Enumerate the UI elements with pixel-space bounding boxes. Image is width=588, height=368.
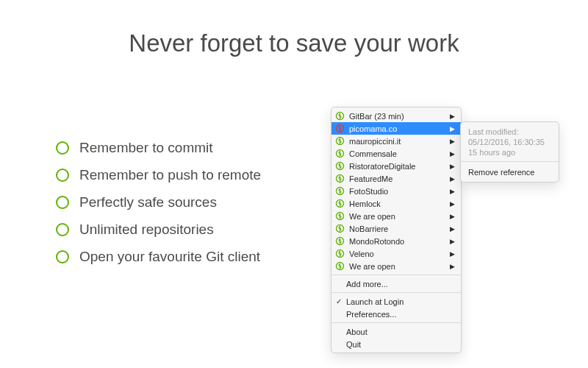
chevron-right-icon: ▶: [450, 163, 455, 170]
chevron-right-icon: ▶: [450, 150, 455, 158]
repo-status-icon: [335, 111, 345, 121]
feature-label: Remember to push to remote: [79, 167, 261, 183]
repo-menu-item[interactable]: Hemlock▶: [331, 197, 461, 210]
bullet-icon: [56, 250, 69, 263]
repo-status-icon: [335, 149, 345, 158]
feature-list: Remember to commitRemember to push to re…: [56, 140, 306, 276]
remove-reference-label: Remove reference: [468, 168, 535, 177]
repo-menu: GitBar (23 min)▶ picomama.co▶ mauropicci…: [331, 107, 462, 353]
menu-separator: [331, 292, 461, 293]
quit-label: Quit: [346, 340, 361, 349]
chevron-right-icon: ▶: [450, 113, 455, 120]
repo-menu-item[interactable]: picomama.co▶: [331, 122, 461, 135]
repo-menu-label: Commensale: [349, 149, 450, 158]
repo-menu-item[interactable]: RistoratoreDigitale▶: [331, 160, 461, 172]
repo-menu-label: NoBarriere: [349, 224, 450, 233]
repo-menu-item[interactable]: MondoRotondo▶: [331, 235, 461, 247]
repo-menu-item[interactable]: We are open▶: [331, 210, 461, 222]
chevron-right-icon: ▶: [450, 250, 455, 258]
feature-item: Remember to commit: [56, 140, 306, 156]
repo-menu-item[interactable]: FotoStudio▶: [331, 185, 461, 197]
last-modified-label: Last modified:: [461, 127, 559, 137]
repo-menu-label: GitBar (23 min): [349, 112, 450, 121]
last-modified-relative: 15 hours ago: [461, 147, 559, 158]
bullet-icon: [56, 196, 69, 209]
quit-item[interactable]: Quit: [331, 338, 461, 350]
repo-menu-label: Hemlock: [349, 199, 450, 208]
repo-menu-item[interactable]: NoBarriere▶: [331, 222, 461, 235]
chevron-right-icon: ▶: [450, 238, 455, 245]
last-modified-timestamp: 05/12/2016, 16:30:35: [461, 137, 559, 147]
chevron-right-icon: ▶: [450, 138, 455, 145]
page-title: Never forget to save your work: [0, 0, 588, 57]
chevron-right-icon: ▶: [450, 175, 455, 183]
menubar-dropdown: GitBar (23 min)▶ picomama.co▶ mauropicci…: [331, 107, 462, 353]
repo-menu-label: picomama.co: [349, 124, 450, 133]
chevron-right-icon: ▶: [450, 200, 455, 208]
launch-at-login-label: Launch at Login: [346, 297, 404, 306]
repo-status-icon: [335, 211, 345, 221]
chevron-right-icon: ▶: [450, 213, 455, 220]
repo-menu-item[interactable]: Commensale▶: [331, 147, 461, 160]
bullet-icon: [56, 223, 69, 236]
repo-status-icon: [335, 261, 345, 271]
repo-status-icon: [335, 136, 345, 146]
repo-status-icon: [335, 236, 345, 246]
feature-label: Unlimited repositories: [79, 222, 214, 238]
add-more-label: Add more...: [346, 280, 388, 289]
chevron-right-icon: ▶: [450, 125, 455, 132]
feature-item: Remember to push to remote: [56, 167, 306, 183]
repo-menu-label: mauropiccini.it: [349, 137, 450, 146]
bullet-icon: [56, 141, 69, 155]
repo-menu-item[interactable]: GitBar (23 min)▶: [331, 110, 461, 122]
repo-status-icon: [335, 161, 345, 171]
feature-label: Remember to commit: [79, 140, 213, 156]
repo-menu-label: Veleno: [349, 250, 450, 258]
launch-at-login-item[interactable]: ✓ Launch at Login: [331, 295, 461, 308]
repo-status-icon: [335, 249, 345, 258]
repo-status-icon: [335, 186, 345, 196]
repo-status-icon: [335, 224, 345, 233]
feature-label: Perfectly safe sources: [79, 194, 217, 210]
chevron-right-icon: ▶: [450, 225, 455, 233]
repo-menu-item[interactable]: Veleno▶: [331, 247, 461, 260]
repo-menu-label: RistoratoreDigitale: [349, 162, 450, 171]
repo-menu-label: We are open: [349, 212, 450, 221]
preferences-item[interactable]: Preferences...: [331, 308, 461, 320]
about-item[interactable]: About: [331, 325, 461, 338]
chevron-right-icon: ▶: [450, 188, 455, 195]
chevron-right-icon: ▶: [450, 263, 455, 270]
repo-menu-label: FotoStudio: [349, 187, 450, 196]
bullet-icon: [56, 169, 69, 182]
repo-menu-item[interactable]: FeaturedMe▶: [331, 172, 461, 185]
repo-status-icon: [335, 124, 345, 133]
repo-menu-item[interactable]: We are open▶: [331, 260, 461, 272]
about-label: About: [346, 328, 368, 336]
add-more-item[interactable]: Add more...: [331, 277, 461, 290]
feature-label: Open your favourite Git client: [79, 249, 260, 265]
check-icon: ✓: [336, 297, 342, 305]
repo-menu-label: We are open: [349, 262, 450, 271]
remove-reference-item[interactable]: Remove reference: [461, 166, 559, 180]
repo-status-icon: [335, 174, 345, 183]
feature-item: Open your favourite Git client: [56, 249, 306, 265]
feature-item: Perfectly safe sources: [56, 194, 306, 210]
menu-separator: [461, 161, 559, 162]
repo-menu-label: MondoRotondo: [349, 237, 450, 246]
preferences-label: Preferences...: [346, 310, 396, 319]
repo-menu-item[interactable]: mauropiccini.it▶: [331, 135, 461, 147]
repo-menu-label: FeaturedMe: [349, 174, 450, 183]
feature-item: Unlimited repositories: [56, 222, 306, 238]
repo-status-icon: [335, 199, 345, 208]
menu-separator: [331, 322, 461, 323]
repo-submenu: Last modified: 05/12/2016, 16:30:35 15 h…: [460, 121, 559, 183]
menu-separator: [331, 275, 461, 275]
